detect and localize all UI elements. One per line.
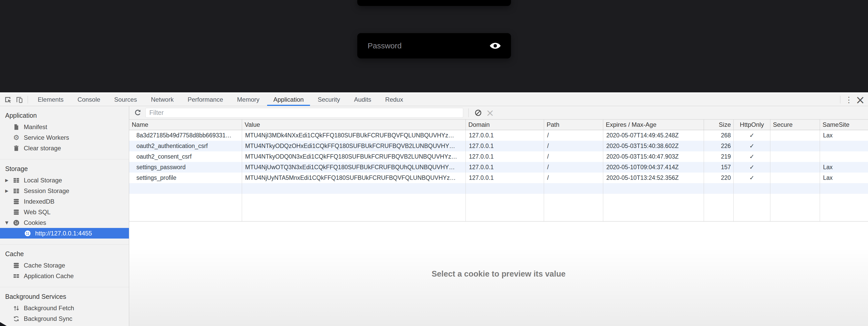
column-header-secure[interactable]: Secure	[770, 119, 820, 130]
cell-size[interactable]: 268	[704, 130, 734, 141]
cell-samesite[interactable]: Lax	[820, 162, 868, 172]
column-header-expires[interactable]: Expires / Max-Age	[603, 119, 704, 130]
sidebar-item-application-cache[interactable]: Application Cache	[0, 271, 129, 281]
cell-httponly-check[interactable]: ✓	[734, 152, 770, 162]
sidebar-item-cookies[interactable]: ▼ Cookies	[0, 217, 129, 228]
sidebar-item-indexeddb[interactable]: IndexedDB	[0, 196, 129, 207]
column-header-size[interactable]: Size	[704, 119, 734, 130]
cell-path[interactable]: /	[544, 152, 603, 162]
column-header-value[interactable]: Value	[242, 119, 466, 130]
cell-samesite[interactable]: Lax	[820, 172, 868, 183]
cell-path[interactable]: /	[544, 141, 603, 152]
cookie-row[interactable]: settings_password MTU4NjUwOTQ3N3xEdi1CQk…	[129, 162, 868, 172]
password-field[interactable]	[357, 33, 511, 58]
cell-value[interactable]: MTU4NjUyNTA5MnxEdi1CQkFFQ180SUFBUkFCRUFB…	[242, 172, 466, 183]
column-header-name[interactable]: Name	[129, 119, 242, 130]
cell-secure[interactable]	[770, 162, 820, 172]
column-header-httponly[interactable]: HttpOnly	[734, 119, 770, 130]
cell-name[interactable]: settings_profile	[129, 172, 242, 183]
cell-name[interactable]: 8a3d27185b49d7758d8bb669331…	[129, 130, 242, 141]
sidebar-item-web-sql[interactable]: Web SQL	[0, 207, 129, 217]
inspect-element-icon[interactable]	[2, 94, 13, 105]
cell-name[interactable]: oauth2_authentication_csrf	[129, 141, 242, 152]
expand-triangle-icon[interactable]: ▶	[0, 178, 12, 183]
cell-name[interactable]: oauth2_consent_csrf	[129, 152, 242, 162]
cell-value[interactable]: MTU4NjI3MDk4NXxEdi1CQkFFQ180SUFBUkFCRUFB…	[242, 130, 466, 141]
cell-httponly-check[interactable]: ✓	[734, 141, 770, 152]
tab-elements[interactable]: Elements	[31, 93, 70, 106]
cell-path[interactable]: /	[544, 130, 603, 141]
tab-sources[interactable]: Sources	[107, 93, 144, 106]
sidebar-item-session-storage[interactable]: ▶ Session Storage	[0, 186, 129, 196]
clear-all-cookies-icon[interactable]	[472, 107, 484, 118]
column-header-path[interactable]: Path	[544, 119, 603, 130]
cell-domain[interactable]: 127.0.0.1	[466, 141, 544, 152]
cell-httponly-check[interactable]: ✓	[734, 162, 770, 172]
sidebar-item-background-sync[interactable]: Background Sync	[0, 313, 129, 324]
tab-performance[interactable]: Performance	[181, 93, 230, 106]
cell-expires[interactable]: 2020-05-10T13:24:52.356Z	[603, 172, 704, 183]
sidebar-item-notifications[interactable]: Notifications	[0, 324, 129, 326]
cell-value[interactable]: MTU4NjUwOTQ3N3xEdi1CQkFFQ180SUFBUkFCRUFB…	[242, 162, 466, 172]
sidebar-item-label: Application Cache	[24, 272, 74, 280]
cell-expires[interactable]: 2020-05-03T15:40:38.602Z	[603, 141, 704, 152]
sidebar-item-local-storage[interactable]: ▶ Local Storage	[0, 175, 129, 186]
cell-expires[interactable]: 2020-05-03T15:40:47.903Z	[603, 152, 704, 162]
tab-network[interactable]: Network	[144, 93, 181, 106]
refresh-icon[interactable]	[133, 109, 142, 117]
sidebar-item-service-workers[interactable]: ⚙ Service Workers	[0, 132, 129, 143]
cookie-row[interactable]: oauth2_authentication_csrf MTU4NTkyODQzO…	[129, 141, 868, 152]
tab-audits[interactable]: Audits	[347, 93, 378, 106]
column-header-domain[interactable]: Domain	[466, 119, 544, 130]
cell-domain[interactable]: 127.0.0.1	[466, 130, 544, 141]
show-password-eye-icon[interactable]	[489, 42, 501, 50]
expand-triangle-icon[interactable]: ▶	[0, 188, 12, 193]
close-devtools-icon[interactable]: ×	[855, 94, 866, 105]
tab-security[interactable]: Security	[311, 93, 347, 106]
cell-secure[interactable]	[770, 141, 820, 152]
cell-value[interactable]: MTU4NTkyODQzOHxEdi1CQkFFQ180SUFBUkFCRUFB…	[242, 141, 466, 152]
login-field-partial[interactable]	[357, 0, 511, 6]
cell-expires[interactable]: 2020-05-10T09:04:37.414Z	[603, 162, 704, 172]
cookie-row-empty[interactable]	[129, 183, 868, 194]
cell-size[interactable]: 226	[704, 141, 734, 152]
cell-samesite[interactable]	[820, 152, 868, 162]
cell-domain[interactable]: 127.0.0.1	[466, 172, 544, 183]
more-options-kebab-icon[interactable]: ⋮	[843, 94, 855, 105]
collapse-triangle-icon[interactable]: ▼	[0, 220, 12, 225]
cell-size[interactable]: 220	[704, 172, 734, 183]
sidebar-item-background-fetch[interactable]: Background Fetch	[0, 303, 129, 313]
tab-memory[interactable]: Memory	[230, 93, 267, 106]
cell-domain[interactable]: 127.0.0.1	[466, 152, 544, 162]
sidebar-item-manifest[interactable]: Manifest	[0, 121, 129, 132]
cell-path[interactable]: /	[544, 172, 603, 183]
cookie-row[interactable]: 8a3d27185b49d7758d8bb669331… MTU4NjI3MDk…	[129, 130, 868, 141]
cookie-filter-input[interactable]	[146, 108, 463, 118]
cell-domain[interactable]: 127.0.0.1	[466, 162, 544, 172]
cell-secure[interactable]	[770, 152, 820, 162]
sidebar-item-clear-storage[interactable]: Clear storage	[0, 143, 129, 154]
cell-samesite[interactable]: Lax	[820, 130, 868, 141]
cookie-row[interactable]: settings_profile MTU4NjUyNTA5MnxEdi1CQkF…	[129, 172, 868, 183]
cell-value[interactable]: MTU4NTkyODQ0N3xEdi1CQkFFQ180SUFBUkFCRUFB…	[242, 152, 466, 162]
cell-size[interactable]: 157	[704, 162, 734, 172]
device-toolbar-icon[interactable]	[13, 94, 25, 105]
cookie-row[interactable]: oauth2_consent_csrf MTU4NTkyODQ0N3xEdi1C…	[129, 152, 868, 162]
tab-console[interactable]: Console	[70, 93, 107, 106]
delete-selected-cookie-icon[interactable]: ×	[484, 107, 496, 118]
cell-name[interactable]: settings_password	[129, 162, 242, 172]
cell-samesite[interactable]	[820, 141, 868, 152]
sidebar-item-cache-storage[interactable]: Cache Storage	[0, 260, 129, 271]
cell-httponly-check[interactable]: ✓	[734, 172, 770, 183]
tab-application[interactable]: Application	[266, 93, 311, 106]
sidebar-item-cookie-origin[interactable]: http://127.0.0.1:4455	[0, 228, 129, 239]
cell-secure[interactable]	[770, 172, 820, 183]
cell-size[interactable]: 219	[704, 152, 734, 162]
cell-path[interactable]: /	[544, 162, 603, 172]
cell-secure[interactable]	[770, 130, 820, 141]
tab-redux[interactable]: Redux	[378, 93, 410, 106]
column-header-samesite[interactable]: SameSite	[820, 119, 868, 130]
password-input[interactable]	[367, 41, 489, 51]
cell-expires[interactable]: 2020-05-07T14:49:45.248Z	[603, 130, 704, 141]
cell-httponly-check[interactable]: ✓	[734, 130, 770, 141]
